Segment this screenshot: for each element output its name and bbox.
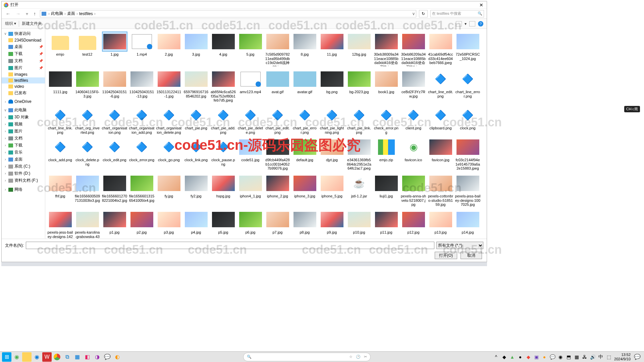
file-item[interactable]: 110425043151-6.jpg [101,70,128,103]
sidebar-downloads2[interactable]: ›下载 [2,142,45,149]
notification-button[interactable]: 💬 [633,352,642,362]
file-item[interactable]: 2.jpg [156,32,182,66]
breadcrumb-dropdown[interactable]: v [413,11,415,16]
sidebar-drive-c[interactable]: ›系统 (C:) [2,163,45,170]
file-item[interactable]: pexels-karolina-grabowska-4386466.jpg [74,210,101,239]
file-item[interactable]: p3.jpg [156,210,182,239]
open-button[interactable]: 打开(O) [435,252,457,259]
file-item[interactable]: emjo.zip [373,138,400,171]
file-item[interactable]: pexels-jess-bailey-designs-1007025.jpg [454,174,481,207]
file-item[interactable]: 🔷chart_pie_lightning.png [319,106,345,134]
sidebar-pictures2[interactable]: ›图片 [2,128,45,135]
file-item[interactable]: p11.jpg [373,210,400,239]
file-item[interactable]: 🔷clock_error.png [128,138,155,171]
file-item[interactable]: 30eb38009a3411eace10885bda9dd416使命召唤.jpg [373,32,400,66]
file-item[interactable]: 41cab69df54ccd33c414ee604beb7666.jpeg [427,32,454,66]
taskbar-app-icon[interactable]: ◑ [93,352,102,362]
file-item[interactable]: 🔷chart_line_link.png [47,106,74,134]
file-item[interactable]: p4.jpg [183,210,210,239]
taskbar-app-icon[interactable]: ▦ [72,352,82,362]
file-item[interactable]: pexels-anna-shvets-5218007.jpg [400,174,427,207]
file-item[interactable]: liuji1.jpg [373,174,400,207]
file-item[interactable]: 🔷clipboard.png [427,106,454,134]
file-item[interactable]: p12.jpg [400,210,427,239]
file-item[interactable]: ceBd2F3Yz7Rw.jpg [400,70,427,103]
sidebar-music[interactable]: ›音乐 [2,149,45,156]
sidebar-desktop[interactable]: 桌面📌 [2,43,45,50]
clock-icon[interactable]: 🕐 [356,355,361,359]
filetype-select[interactable]: 所有文件 (*.*) [436,242,483,249]
file-item[interactable]: 11.jpg [319,32,345,66]
file-item[interactable]: p7.jpg [264,210,291,239]
file-item[interactable]: book1.jpg [373,70,400,103]
file-item[interactable]: 🔷chart_pie_error.png [291,106,318,134]
tray-ime-icon[interactable]: 中 [598,354,603,360]
file-item[interactable]: bg.png [319,70,345,103]
file-item[interactable]: 🔷client.png [400,106,427,134]
file-item[interactable]: favicon.jpg [427,138,454,171]
scissors-icon[interactable]: ✂ [364,355,367,359]
file-item[interactable]: 🔷chart_organisation_delete.png [156,106,182,134]
file-item[interactable]: d9fcb449fa428b1cc001b40527b99076.jpg [264,138,291,171]
file-item[interactable]: 🔷clock_go.png [156,138,182,171]
file-item[interactable]: 🔷chart_org_inverted.png [74,106,101,134]
cancel-button[interactable]: 取消 [461,252,482,259]
view-chevron-icon[interactable]: ▾ [465,21,467,26]
new-folder-button[interactable]: 新建文件夹 [22,21,42,26]
file-item[interactable]: 6597969167168546202.jpg [183,70,210,103]
breadcrumb[interactable]: › 此电脑 › 桌面 › testfiles › v [40,10,416,17]
file-item[interactable]: 110425043151-13.jpg [128,70,155,103]
file-item[interactable]: fhf.jpg [47,174,74,207]
file-item[interactable]: p5.jpg [210,210,237,239]
titlebar[interactable]: 打开 ✕ [2,1,487,9]
taskbar-edge-icon[interactable]: ◉ [32,352,42,362]
file-item[interactable]: 72e58PICRSC_1024.jpg [454,32,481,66]
breadcrumb-pc[interactable]: 此电脑 [50,11,64,16]
file-item[interactable]: file16566013156541005tx4.jpg [128,174,155,207]
file-item[interactable]: hspg.jpg [210,174,237,207]
file-item[interactable]: 12bg.jpg [346,32,373,66]
file-item[interactable]: ab85f4c6ca526f35a752ef80b1feb7d5.jpeg [210,70,237,103]
sidebar-videos[interactable]: ›视频 [2,121,45,128]
tray-icon[interactable]: ● [542,354,547,360]
tray-wechat-icon[interactable]: 💬 [550,354,555,360]
file-item[interactable]: emjo [47,32,74,66]
file-item[interactable]: p10.jpg [346,210,373,239]
file-item[interactable]: fy2.jpg [183,174,210,207]
file-item[interactable]: p2.jpg [128,210,155,239]
file-item[interactable]: 🔷chart_organisation.png [101,106,128,134]
file-item[interactable]: code51.jpg [237,138,264,171]
file-item[interactable]: pexels-cottonbro-studio-5185159.jpg [427,174,454,207]
sidebar-desktop2[interactable]: ›桌面 [2,156,45,163]
taskbar-wechat-icon[interactable]: 💬 [103,352,112,362]
file-item[interactable]: iphon4_1.jpg [237,174,264,207]
file-item[interactable]: 3.jpg [183,32,210,66]
sidebar-video[interactable]: video [2,83,45,89]
file-item[interactable]: 🔷chart_pie_delete.png [237,106,264,134]
up-button[interactable]: ↑ [32,11,37,16]
taskbar-chrome-icon[interactable] [52,352,62,362]
sidebar-quick-access[interactable]: v快速访问 [2,30,45,37]
file-item[interactable]: 🔷clock_pause.png [210,138,237,171]
tray-up-icon[interactable]: ^ [493,354,499,360]
file-item[interactable]: 1.jpg [101,32,128,66]
tray-network-icon[interactable]: 🖧 [582,354,587,360]
file-item[interactable]: pexels-jess-bailey-designs-1422032.jpg [47,210,74,239]
file-item[interactable]: 30eb86209a3411eace10885bda9dd416使命召唤1.jp… [400,32,427,66]
organize-button[interactable]: 组织 ▾ [5,21,16,26]
file-item[interactable]: e34361369fb5864dc2951e2a64fc2ac7.jpeg [346,138,373,171]
file-item[interactable]: default.jpg [291,138,318,171]
file-item[interactable]: 🔷chart_pie_add.png [210,106,237,134]
sidebar-this-pc[interactable]: v此电脑 [2,107,45,114]
search-input[interactable]: 在 testfiles 中搜索 🔍 [430,10,484,17]
sidebar-onedrive[interactable]: ›OneDrive [2,99,45,105]
system-tray[interactable]: ^ ◆ ▲ ● ◆ ▣ ● 💬 ◉ ⬒ ▦ 🖧 🔊 中 ⬚ [493,354,611,360]
file-item[interactable]: 🔷chart_line_error.png [454,70,481,103]
start-button[interactable]: ⊞ [2,352,11,362]
sidebar-documents[interactable]: 文档📌 [2,57,45,64]
file-item[interactable]: ☕jstl-1.2.jar [346,174,373,207]
file-item[interactable]: 🔷clock_link.png [183,138,210,171]
file-item[interactable]: djyt.jpg [319,138,345,171]
file-item[interactable]: 4.jpg [210,32,237,66]
preview-button[interactable] [469,21,475,26]
